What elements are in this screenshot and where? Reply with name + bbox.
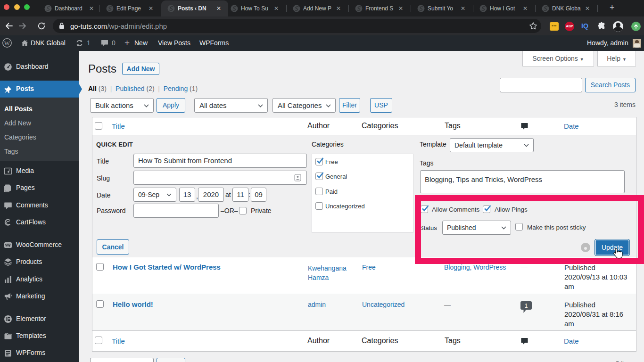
svg-text:W: W	[4, 40, 10, 47]
svg-text:1: 1	[525, 303, 528, 309]
